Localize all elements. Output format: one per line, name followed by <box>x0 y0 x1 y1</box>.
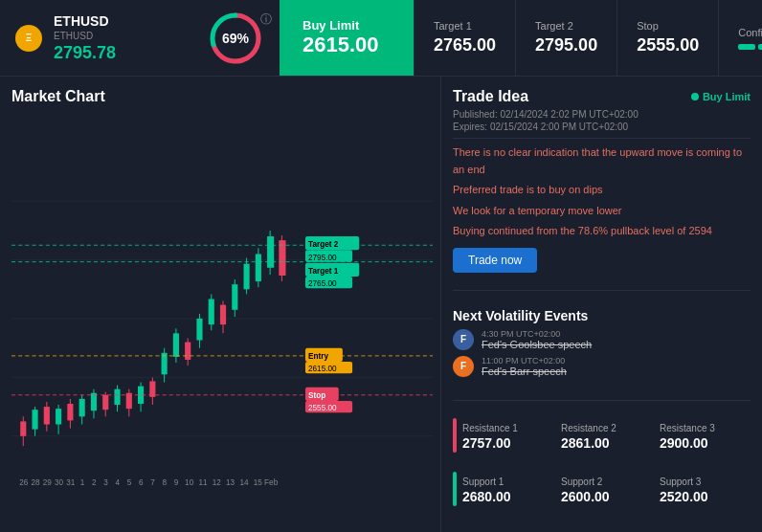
volatility-title: Next Volatility Events <box>453 308 751 323</box>
trade-desc-4: Buying continued from the 78.6% pullback… <box>453 223 751 240</box>
chart-svg: Target 2 2795.00 Target 1 2765.00 Entry … <box>11 113 433 524</box>
target1-block: Target 1 2765.00 <box>414 0 515 76</box>
vol-icon-1: F <box>453 329 474 350</box>
badge-label: Buy Limit <box>703 91 751 102</box>
chart-container: Target 2 2795.00 Target 1 2765.00 Entry … <box>11 113 433 524</box>
resistance-1-item: Resistance 1 2757.00 <box>462 423 553 451</box>
support-row: Support 1 2680.00 Support 2 2600.00 Supp… <box>453 472 751 506</box>
target1-label: Target 1 <box>434 20 472 32</box>
asset-info: ETHUSD ETHUSD 2795.78 <box>54 13 116 63</box>
svg-text:8: 8 <box>163 478 168 487</box>
buy-limit-label: Buy Limit <box>303 18 359 33</box>
vol-name-1: Fed's Goolsbee speech <box>482 339 592 350</box>
vol-info-1: 4:30 PM UTC+02:00 Fed's Goolsbee speech <box>482 329 592 350</box>
main-content: Market Chart <box>0 77 762 532</box>
expires-date: Expires: 02/15/2024 2:00 PM UTC+02:00 <box>453 122 751 132</box>
svg-text:12: 12 <box>213 478 222 487</box>
svg-rect-53 <box>279 240 285 276</box>
stop-block: Stop 2555.00 <box>616 0 718 76</box>
chart-section: Market Chart <box>0 77 440 532</box>
support-1-label: Support 1 <box>462 477 553 487</box>
svg-rect-11 <box>32 410 37 429</box>
divider-2 <box>453 290 751 291</box>
asset-block: Ξ ETHUSD ETHUSD 2795.78 <box>0 0 191 76</box>
svg-text:2555.00: 2555.00 <box>308 404 337 412</box>
svg-text:11: 11 <box>198 478 208 487</box>
svg-rect-19 <box>79 399 85 416</box>
vol-name-2: Fed's Barr speech <box>482 366 567 377</box>
target2-value: 2795.00 <box>535 35 597 55</box>
resistance-grid: Resistance 1 2757.00 Resistance 2 2861.0… <box>462 423 751 451</box>
svg-text:9: 9 <box>174 478 179 487</box>
svg-rect-13 <box>44 407 50 424</box>
svg-text:2615.00: 2615.00 <box>308 365 337 373</box>
trade-idea-card: Trade Idea Buy Limit Published: 02/14/20… <box>453 88 751 273</box>
asset-name: ETHUSD <box>54 13 116 29</box>
stop-value: 2555.00 <box>637 35 699 55</box>
vol-time-2: 11:00 PM UTC+02:00 <box>482 356 567 366</box>
support-3-label: Support 3 <box>660 477 751 487</box>
trade-desc-1: There is no clear indication that the up… <box>453 144 751 178</box>
target1-value: 2765.00 <box>434 35 496 55</box>
svg-rect-43 <box>220 305 226 324</box>
svg-text:29: 29 <box>43 478 53 487</box>
svg-text:1: 1 <box>80 478 85 487</box>
trade-idea-title: Trade Idea <box>453 88 528 105</box>
gauge-block: 69% ⓘ <box>191 0 280 76</box>
header: Ξ ETHUSD ETHUSD 2795.78 69% ⓘ Buy Limit … <box>0 0 762 77</box>
confidence-label: Confidence <box>738 27 762 38</box>
svg-rect-27 <box>126 393 132 409</box>
svg-rect-21 <box>91 393 97 410</box>
svg-rect-45 <box>232 284 237 310</box>
svg-text:2795.00: 2795.00 <box>308 254 337 262</box>
svg-text:2765.00: 2765.00 <box>308 279 337 288</box>
svg-text:13: 13 <box>226 478 235 487</box>
svg-text:30: 30 <box>55 478 64 487</box>
vol-event-2: F 11:00 PM UTC+02:00 Fed's Barr speech <box>453 356 751 377</box>
svg-rect-51 <box>267 236 274 268</box>
vol-event-1: F 4:30 PM UTC+02:00 Fed's Goolsbee speec… <box>453 329 751 350</box>
svg-rect-49 <box>256 254 261 281</box>
resistance-3-label: Resistance 3 <box>660 423 751 433</box>
support-3-item: Support 3 2520.00 <box>660 477 751 504</box>
buy-limit-value: 2615.00 <box>303 33 379 57</box>
support-1-item: Support 1 2680.00 <box>462 477 553 504</box>
svg-text:14: 14 <box>239 478 249 487</box>
svg-rect-9 <box>20 421 26 435</box>
vol-info-2: 11:00 PM UTC+02:00 Fed's Barr speech <box>482 356 567 377</box>
trade-now-button[interactable]: Trade now <box>453 248 537 273</box>
info-section: Trade Idea Buy Limit Published: 02/14/20… <box>440 77 762 532</box>
svg-rect-15 <box>56 409 61 424</box>
resistance-2-item: Resistance 2 2861.00 <box>561 423 652 451</box>
svg-text:2: 2 <box>92 478 97 487</box>
buy-limit-badge: Buy Limit <box>691 91 751 102</box>
svg-rect-47 <box>244 264 250 290</box>
resistance-1-value: 2757.00 <box>462 435 553 451</box>
svg-text:28: 28 <box>31 478 40 487</box>
svg-text:15 Feb: 15 Feb <box>254 478 279 487</box>
svg-rect-17 <box>67 404 73 420</box>
svg-text:26: 26 <box>19 478 29 487</box>
candle-group <box>20 231 285 446</box>
divider-3 <box>453 400 751 401</box>
stop-label: Stop <box>637 20 659 32</box>
conf-bar-1 <box>738 44 755 50</box>
svg-text:4: 4 <box>115 478 120 487</box>
target2-label: Target 2 <box>535 20 573 32</box>
support-grid: Support 1 2680.00 Support 2 2600.00 Supp… <box>462 477 751 504</box>
resistance-1-label: Resistance 1 <box>462 423 553 433</box>
support-2-item: Support 2 2600.00 <box>561 477 652 504</box>
asset-price: 2795.78 <box>54 43 116 63</box>
confidence-bars <box>738 44 762 50</box>
chart-title: Market Chart <box>11 88 433 105</box>
buy-limit-block: Buy Limit 2615.00 <box>280 0 414 76</box>
support-indicator <box>453 472 457 506</box>
support-3-value: 2520.00 <box>660 489 751 504</box>
info-icon[interactable]: ⓘ <box>260 11 272 28</box>
asset-icon: Ξ <box>15 25 42 52</box>
gauge-percent: 69% <box>222 31 249 46</box>
svg-text:Target 1: Target 1 <box>308 267 339 276</box>
svg-text:6: 6 <box>139 478 144 487</box>
svg-rect-41 <box>209 299 214 325</box>
vol-time-1: 4:30 PM UTC+02:00 <box>482 329 592 339</box>
